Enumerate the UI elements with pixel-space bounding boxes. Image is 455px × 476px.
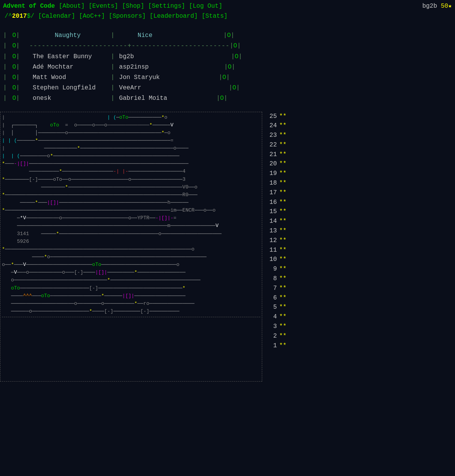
day-9: 9 <box>266 264 277 274</box>
zero-right: O <box>233 83 236 93</box>
nice-name-1: bg2b <box>115 52 192 62</box>
pipe: | <box>16 62 25 72</box>
sidebar-row-16: 16 ** <box>266 198 286 207</box>
center-pipe: | <box>111 30 115 41</box>
pipe: | <box>3 41 12 51</box>
pipe: | <box>192 62 228 72</box>
nav-aocpp[interactable]: [AoC++] <box>79 12 105 22</box>
sidebar-row-2: 2 ** <box>266 331 286 341</box>
nav-calendar[interactable]: [Calendar] <box>38 12 75 22</box>
day-10: 10 <box>266 255 277 264</box>
pipe: | <box>230 41 234 51</box>
zero-right: O <box>233 41 237 51</box>
header-line1: Advent of Code [About] [Events] [Shop] [… <box>3 2 452 12</box>
zero-right: O <box>227 30 231 41</box>
pipe: | <box>16 30 25 41</box>
day-20: 20 <box>266 159 277 169</box>
nice-name-3: Jon Staryuk <box>115 72 192 83</box>
pipe: | <box>3 72 12 83</box>
sidebar-row-12: 12 ** <box>266 236 286 246</box>
nn-row-1: | O | The Easter Bunny | bg2b | O | <box>3 52 455 62</box>
day-16: 16 <box>266 198 277 207</box>
nav-sponsors[interactable]: [Sponsors] <box>109 12 146 22</box>
nav-stats[interactable]: [Stats] <box>202 12 228 22</box>
nn-row-2: | O | Adé Mochtar | asp2insp | O | <box>3 62 455 72</box>
pipe: | <box>3 62 12 72</box>
pipe: | <box>16 72 25 83</box>
naughty-name-3: Matt Wood <box>25 72 110 83</box>
zero-left: O <box>12 52 16 62</box>
stars-6: ** <box>279 293 286 303</box>
stars-18: ** <box>279 178 286 188</box>
stars-4: ** <box>279 312 286 322</box>
day-6: 6 <box>266 293 277 303</box>
nav-about[interactable]: [About] <box>59 2 84 12</box>
nn-header-row: | O | Naughty | Nice | O | <box>3 30 455 41</box>
pipe: | <box>236 83 245 93</box>
sidebar-row-10: 10 ** <box>266 255 286 264</box>
sidebar-row-9: 9 ** <box>266 264 286 274</box>
sidebar-row-17: 17 ** <box>266 188 286 198</box>
stars-9: ** <box>279 264 286 274</box>
stars-12: ** <box>279 236 286 246</box>
day-17: 17 <box>266 188 277 198</box>
nav-events[interactable]: [Events] <box>89 2 118 12</box>
pipe: | <box>111 52 115 62</box>
sidebar-row-23: 23 ** <box>266 131 286 140</box>
zero-left: O <box>12 72 16 83</box>
zero-left: O <box>12 41 16 51</box>
pipe: | <box>192 93 220 104</box>
stars-17: ** <box>279 188 286 198</box>
nav-leaderboard[interactable]: [Leaderboard] <box>150 12 198 22</box>
pipe: | <box>16 83 25 93</box>
day-19: 19 <box>266 169 277 178</box>
zero-right: O <box>235 52 239 62</box>
sidebar-row-5: 5 ** <box>266 303 286 312</box>
separator-line: ------------------------+---------------… <box>25 41 230 51</box>
stars-13: ** <box>279 226 286 236</box>
pipe: | <box>111 72 115 83</box>
day-12: 12 <box>266 236 277 246</box>
star-count: 50★ <box>441 3 452 10</box>
day-8: 8 <box>266 274 277 284</box>
stars-7: ** <box>279 284 286 293</box>
stars-25: ** <box>279 112 286 121</box>
pipe: | <box>231 30 240 41</box>
pipe: | <box>111 83 115 93</box>
stars-15: ** <box>279 207 286 217</box>
pipe: | <box>192 72 222 83</box>
sidebar-row-6: 6 ** <box>266 293 286 303</box>
pipe: | <box>16 52 25 62</box>
sidebar-row-22: 22 ** <box>266 140 286 150</box>
nav-settings[interactable]: [Settings] <box>148 2 185 12</box>
nn-row-5: | O | onesk | Gabriel Moita | O | <box>3 93 455 104</box>
stars-5: ** <box>279 303 286 312</box>
day-7: 7 <box>266 284 277 293</box>
nav-logout[interactable]: [Log Out] <box>189 2 222 12</box>
stars-19: ** <box>279 169 286 178</box>
circuit-diagram: | | (─oTo───────────*o | ┌───────┐ oTo =… <box>0 112 262 382</box>
zero-left: O <box>12 62 16 72</box>
nav-shop[interactable]: [Shop] <box>122 2 144 12</box>
year-logo: /^2017$/ <box>5 12 34 22</box>
pipe: | <box>3 52 12 62</box>
sidebar-row-1: 1 ** <box>266 341 286 351</box>
pipe: | <box>3 83 12 93</box>
pipe: | <box>3 30 12 41</box>
zero-left: O <box>12 93 16 104</box>
sidebar-row-24: 24 ** <box>266 121 286 131</box>
day-21: 21 <box>266 150 277 160</box>
sidebar-row-21: 21 ** <box>266 150 286 160</box>
day-15: 15 <box>266 207 277 217</box>
stars-2: ** <box>279 331 286 341</box>
stars-8: ** <box>279 274 286 284</box>
sidebar-row-8: 8 ** <box>266 274 286 284</box>
stars-1: ** <box>279 341 286 351</box>
sidebar-row-19: 19 ** <box>266 169 286 178</box>
pipe: | <box>111 93 115 104</box>
stars-16: ** <box>279 198 286 207</box>
naughty-name-1: The Easter Bunny <box>25 52 110 62</box>
sidebar-row-4: 4 ** <box>266 312 286 322</box>
pipe: | <box>3 93 12 104</box>
header: Advent of Code [About] [Events] [Shop] [… <box>0 0 455 23</box>
